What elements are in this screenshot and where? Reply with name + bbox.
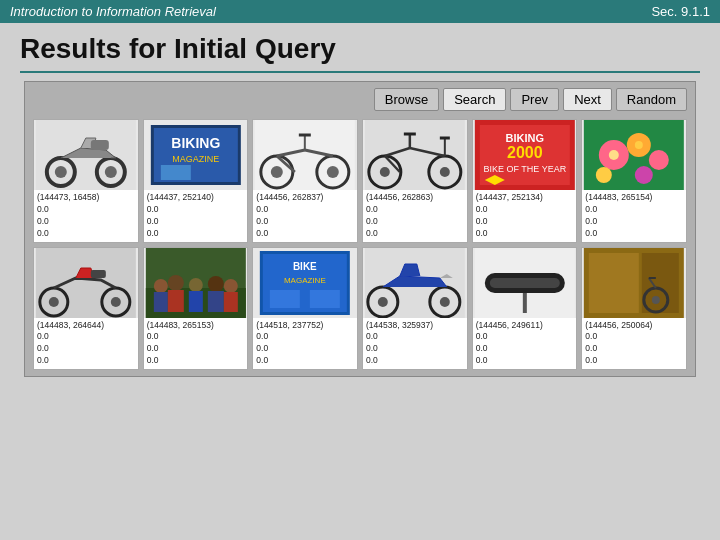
image-grid: (144473, 16458)0.00.00.0 BIKING MAGAZINE… [33,119,687,370]
list-item[interactable]: (144456, 249611)0.00.00.0 [472,247,578,371]
svg-rect-47 [36,248,136,318]
list-item[interactable]: (144456, 262863)0.00.00.0 [362,119,468,243]
image-thumbnail [582,248,686,318]
svg-text:BIKE: BIKE [293,261,317,272]
list-item[interactable]: (144456, 262837)0.00.00.0 [252,119,358,243]
list-item[interactable]: (144483, 265154)0.00.00.0 [581,119,687,243]
svg-point-75 [440,297,450,307]
header-title: Introduction to Information Retrieval [10,4,216,19]
image-info: (144437, 252134)0.00.00.0 [473,190,577,242]
image-thumbnail [582,120,686,190]
svg-rect-11 [255,120,355,190]
svg-point-14 [271,166,283,178]
svg-text:MAGAZINE: MAGAZINE [284,276,326,285]
svg-point-57 [188,278,202,292]
prev-button[interactable]: Prev [510,88,559,111]
svg-point-50 [49,297,59,307]
random-button[interactable]: Random [616,88,687,111]
image-info: (144456, 262863)0.00.00.0 [363,190,467,242]
title-divider [20,71,700,73]
svg-rect-63 [207,291,223,312]
image-thumbnail: BIKE MAGAZINE [253,248,357,318]
svg-point-59 [223,279,237,293]
svg-text:MAGAZINE: MAGAZINE [172,154,219,164]
main-panel: Browse Search Prev Next Random (144473, … [24,81,696,377]
svg-point-43 [596,167,612,183]
svg-point-55 [153,279,167,293]
svg-point-56 [167,275,183,291]
svg-rect-10 [160,165,190,180]
svg-rect-60 [153,292,167,312]
svg-point-42 [649,150,669,170]
browse-button[interactable]: Browse [374,88,439,111]
svg-rect-62 [188,291,202,312]
svg-rect-61 [167,290,183,312]
svg-rect-81 [589,253,639,313]
list-item[interactable]: (144473, 16458)0.00.00.0 [33,119,139,243]
svg-point-24 [380,167,390,177]
list-item[interactable]: BIKING MAGAZINE (144437, 252140)0.00.00.… [143,119,249,243]
svg-point-25 [440,167,450,177]
image-info: (144456, 262837)0.00.00.0 [253,190,357,242]
image-thumbnail: BIKING 2000 BIKE OF THE YEAR [473,120,577,190]
svg-point-15 [327,166,339,178]
image-info: (144437, 252140)0.00.00.0 [144,190,248,242]
svg-point-84 [652,296,660,304]
image-thumbnail: BIKING MAGAZINE [144,120,248,190]
svg-point-44 [635,166,653,184]
svg-point-4 [105,166,117,178]
list-item[interactable]: (144483, 265153)0.00.00.0 [143,247,249,371]
svg-rect-52 [91,270,106,278]
svg-rect-5 [91,140,109,150]
svg-rect-78 [489,278,559,288]
search-button[interactable]: Search [443,88,506,111]
image-info: (144483, 264644)0.00.00.0 [34,318,138,370]
section-label: Sec. 9.1.1 [651,4,710,19]
svg-point-51 [111,297,121,307]
svg-text:2000: 2000 [507,144,543,161]
list-item[interactable]: BIKE MAGAZINE (144518, 237752)0.00.00.0 [252,247,358,371]
image-info: (144456, 250064)0.00.00.0 [582,318,686,370]
image-thumbnail [253,120,357,190]
image-thumbnail [363,248,467,318]
list-item[interactable]: (144538, 325937)0.00.00.0 [362,247,468,371]
svg-point-58 [207,276,223,292]
svg-point-74 [378,297,388,307]
image-info: (144538, 325937)0.00.00.0 [363,318,467,370]
image-info: (144518, 237752)0.00.00.0 [253,318,357,370]
svg-text:BIKING: BIKING [505,132,544,144]
svg-rect-21 [365,120,465,190]
svg-rect-82 [642,253,679,313]
list-item[interactable]: (144483, 264644)0.00.00.0 [33,247,139,371]
image-info: (144456, 249611)0.00.00.0 [473,318,577,370]
svg-rect-64 [223,292,237,312]
next-button[interactable]: Next [563,88,612,111]
toolbar: Browse Search Prev Next Random [33,88,687,111]
image-info: (144473, 16458)0.00.00.0 [34,190,138,242]
image-info: (144483, 265153)0.00.00.0 [144,318,248,370]
svg-rect-70 [310,290,340,308]
svg-rect-69 [270,290,300,308]
image-thumbnail [34,248,138,318]
page-title: Results for Initial Query [20,33,700,65]
image-thumbnail [144,248,248,318]
svg-text:BIKING: BIKING [171,135,220,151]
svg-point-45 [609,150,619,160]
list-item[interactable]: BIKING 2000 BIKE OF THE YEAR (144437, 25… [472,119,578,243]
image-thumbnail [473,248,577,318]
image-thumbnail [363,120,467,190]
svg-point-46 [635,141,643,149]
svg-point-3 [55,166,67,178]
list-item[interactable]: (144456, 250064)0.00.00.0 [581,247,687,371]
image-info: (144483, 265154)0.00.00.0 [582,190,686,242]
image-thumbnail [34,120,138,190]
svg-text:BIKE OF THE YEAR: BIKE OF THE YEAR [483,164,566,174]
